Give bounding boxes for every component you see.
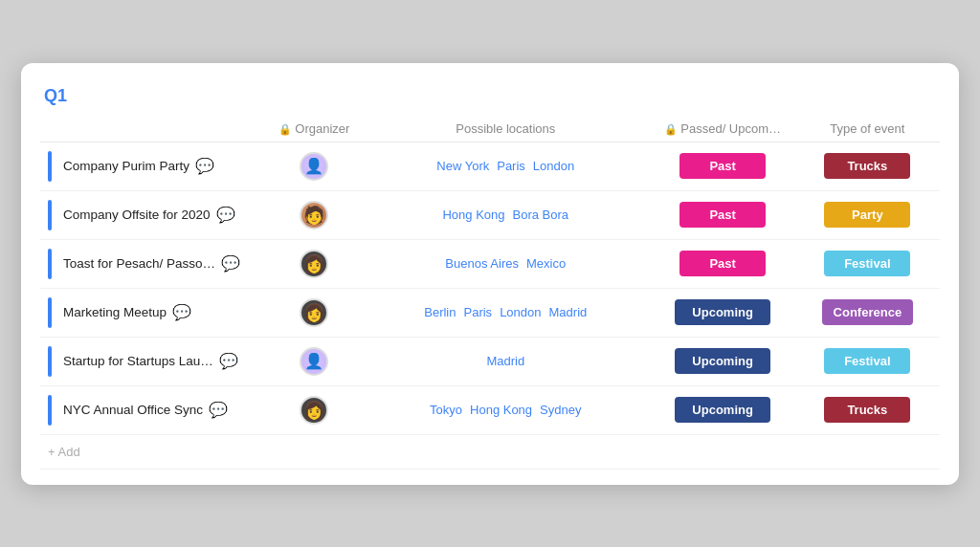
location-tag[interactable]: London (533, 159, 574, 173)
event-name: NYC Annual Office Sync (63, 403, 203, 417)
type-badge[interactable]: Trucks (824, 153, 910, 179)
organizer-cell: 👤 (268, 337, 361, 385)
type-badge[interactable]: Trucks (824, 397, 910, 423)
status-badge[interactable]: Past (679, 251, 766, 276)
location-tag[interactable]: London (500, 305, 541, 319)
add-label[interactable]: + Add (40, 434, 940, 469)
avatar: 🧑 (300, 201, 328, 230)
location-tag[interactable]: Sydney (540, 403, 581, 417)
type-cell[interactable]: Trucks (795, 142, 940, 190)
avatar: 👤 (300, 347, 328, 376)
comment-icon[interactable]: 💬 (172, 303, 191, 321)
col-header-locations: Possible locations (361, 116, 650, 142)
event-name-cell: Toast for Pesach/ Passo… 💬 (40, 239, 268, 288)
event-name-cell: Company Purim Party 💬 (40, 142, 268, 190)
status-cell[interactable]: Upcoming (651, 288, 795, 337)
event-name: Startup for Startups Lau… (63, 354, 213, 368)
row-indicator (48, 200, 52, 230)
table-row: Toast for Pesach/ Passo… 💬 👩Buenos Aires… (40, 239, 940, 288)
type-badge[interactable]: Conference (822, 299, 914, 325)
col-header-organizer: Organizer (268, 116, 361, 142)
table-row: Marketing Meetup 💬 👩BerlinParisLondonMad… (40, 288, 940, 337)
locations-cell: Buenos AiresMexico (361, 239, 650, 288)
table-title: Q1 (40, 86, 940, 106)
type-badge[interactable]: Party (824, 202, 910, 228)
col-header-type: Type of event (795, 116, 940, 142)
locations-cell: Hong KongBora Bora (361, 190, 650, 239)
comment-icon[interactable]: 💬 (195, 157, 214, 175)
type-cell[interactable]: Party (795, 190, 940, 239)
table-row: Company Purim Party 💬 👤New YorkParisLond… (40, 142, 940, 190)
type-cell[interactable]: Festival (795, 239, 940, 288)
status-badge[interactable]: Upcoming (675, 299, 770, 325)
status-badge[interactable]: Past (679, 202, 766, 228)
organizer-cell: 👩 (268, 288, 361, 337)
status-badge[interactable]: Past (679, 153, 766, 179)
comment-icon[interactable]: 💬 (219, 352, 238, 370)
row-indicator (48, 395, 52, 426)
comment-icon[interactable]: 💬 (216, 206, 235, 224)
event-name-cell: Marketing Meetup 💬 (40, 288, 268, 337)
type-cell[interactable]: Trucks (795, 385, 940, 434)
organizer-cell: 👩 (268, 239, 361, 288)
locations-cell: TokyoHong KongSydney (361, 385, 650, 434)
status-cell[interactable]: Upcoming (651, 385, 795, 434)
add-row[interactable]: + Add (40, 434, 940, 469)
location-tag[interactable]: Madrid (486, 354, 524, 368)
status-badge[interactable]: Upcoming (675, 397, 770, 423)
row-indicator (48, 249, 52, 279)
event-name: Company Purim Party (63, 159, 189, 173)
status-cell[interactable]: Past (651, 142, 795, 190)
event-name: Company Offsite for 2020 (63, 208, 211, 222)
locations-cell: Madrid (361, 337, 650, 385)
row-indicator (48, 297, 52, 328)
event-name-cell: NYC Annual Office Sync 💬 (40, 385, 268, 434)
event-name: Marketing Meetup (63, 305, 167, 319)
locations-cell: New YorkParisLondon (361, 142, 650, 190)
table-row: Company Offsite for 2020 💬 🧑Hong KongBor… (40, 190, 940, 239)
status-cell[interactable]: Upcoming (651, 337, 795, 385)
row-indicator (48, 151, 52, 182)
type-cell[interactable]: Conference (795, 288, 940, 337)
locations-cell: BerlinParisLondonMadrid (361, 288, 650, 337)
type-cell[interactable]: Festival (795, 337, 940, 385)
avatar: 👤 (300, 152, 328, 181)
events-table: Organizer Possible locations Passed/ Upc… (40, 116, 940, 470)
avatar: 👩 (300, 396, 328, 425)
status-cell[interactable]: Past (651, 190, 795, 239)
col-header-name (40, 116, 268, 142)
table-row: Startup for Startups Lau… 💬 👤MadridUpcom… (40, 337, 940, 385)
location-tag[interactable]: Bora Bora (513, 208, 569, 222)
organizer-cell: 👤 (268, 142, 361, 190)
location-tag[interactable]: Hong Kong (442, 208, 504, 222)
location-tag[interactable]: Buenos Aires (445, 256, 519, 271)
row-indicator (48, 346, 52, 377)
location-tag[interactable]: Madrid (549, 305, 588, 319)
event-name-cell: Startup for Startups Lau… 💬 (40, 337, 268, 385)
comment-icon[interactable]: 💬 (209, 401, 228, 419)
status-cell[interactable]: Past (651, 239, 795, 288)
location-tag[interactable]: Paris (464, 305, 493, 319)
location-tag[interactable]: Paris (497, 159, 525, 173)
status-badge[interactable]: Upcoming (675, 348, 770, 374)
location-tag[interactable]: Berlin (424, 305, 456, 319)
organizer-cell: 🧑 (268, 190, 361, 239)
location-tag[interactable]: New York (436, 159, 489, 173)
event-name-cell: Company Offsite for 2020 💬 (40, 190, 268, 239)
event-name: Toast for Pesach/ Passo… (63, 256, 215, 271)
avatar: 👩 (300, 250, 328, 278)
table-row: NYC Annual Office Sync 💬 👩TokyoHong Kong… (40, 385, 940, 434)
location-tag[interactable]: Mexico (526, 256, 566, 271)
organizer-cell: 👩 (268, 385, 361, 434)
type-badge[interactable]: Festival (824, 251, 910, 276)
type-badge[interactable]: Festival (824, 348, 910, 374)
comment-icon[interactable]: 💬 (221, 254, 240, 273)
avatar: 👩 (300, 298, 328, 327)
location-tag[interactable]: Hong Kong (470, 403, 532, 417)
location-tag[interactable]: Tokyo (430, 403, 462, 417)
col-header-status: Passed/ Upcom… (651, 116, 795, 142)
main-card: Q1 Organizer Possible locations Passed/ … (21, 63, 959, 485)
